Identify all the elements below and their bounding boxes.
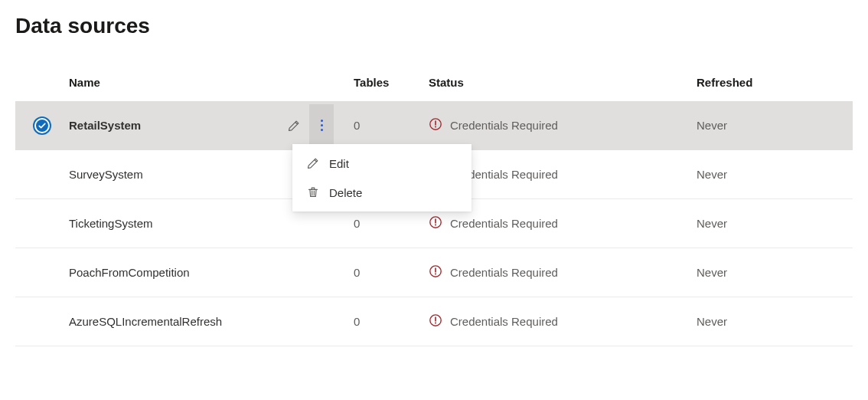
row-refreshed: Never [681,266,853,279]
edit-row-button[interactable] [282,113,306,138]
pencil-icon [287,119,301,133]
svg-point-2 [435,126,436,128]
svg-point-8 [435,225,436,226]
menu-item-delete[interactable]: Delete [292,178,472,207]
row-checkbox[interactable] [34,118,50,133]
row-refreshed: Never [681,119,853,132]
row-tables: 0 [337,266,413,279]
row-status: Credentials Required [450,315,558,328]
alert-circle-icon [429,313,442,330]
menu-item-edit[interactable]: Edit [292,149,472,178]
menu-item-label: Delete [329,186,362,199]
row-name: TicketingSystem [69,217,260,230]
row-name: PoachFromCompetition [69,266,260,279]
col-header-refreshed[interactable]: Refreshed [681,76,853,89]
col-header-status[interactable]: Status [413,76,681,89]
page-title: Data sources [15,14,853,38]
data-sources-table: Name Tables Status Refreshed RetailSyste… [15,63,853,346]
row-name: SurveySystem [69,168,260,181]
vertical-dots-icon [321,120,323,131]
row-refreshed: Never [681,217,853,230]
col-header-name[interactable]: Name [69,76,260,89]
svg-point-11 [435,274,436,275]
row-tables: 0 [337,217,413,230]
row-name: AzureSQLIncrementalRefresh [69,315,260,328]
svg-point-14 [435,323,436,324]
row-refreshed: Never [681,315,853,328]
row-status: Credentials Required [450,217,558,230]
more-actions-button[interactable] [309,104,334,147]
row-status: Credentials Required [450,119,558,132]
alert-circle-icon [429,264,442,280]
alert-circle-icon [429,117,442,133]
col-header-tables[interactable]: Tables [337,76,413,89]
row-tables: 0 [337,315,413,328]
table-row[interactable]: RetailSystem 0 Credentials Required Neve… [15,101,853,150]
row-context-menu: Edit Delete [292,144,472,211]
row-status: Credentials Required [450,266,558,279]
row-name: RetailSystem [69,119,260,132]
table-row[interactable]: AzureSQLIncrementalRefresh 0 Credentials… [15,297,853,346]
pencil-icon [306,156,320,170]
menu-item-label: Edit [329,157,349,170]
row-tables: 0 [337,119,413,132]
check-icon [38,121,47,130]
table-row[interactable]: PoachFromCompetition 0 Credentials Requi… [15,248,853,297]
row-refreshed: Never [681,168,853,181]
trash-icon [306,185,320,199]
table-header: Name Tables Status Refreshed [15,63,853,101]
alert-circle-icon [429,215,442,231]
